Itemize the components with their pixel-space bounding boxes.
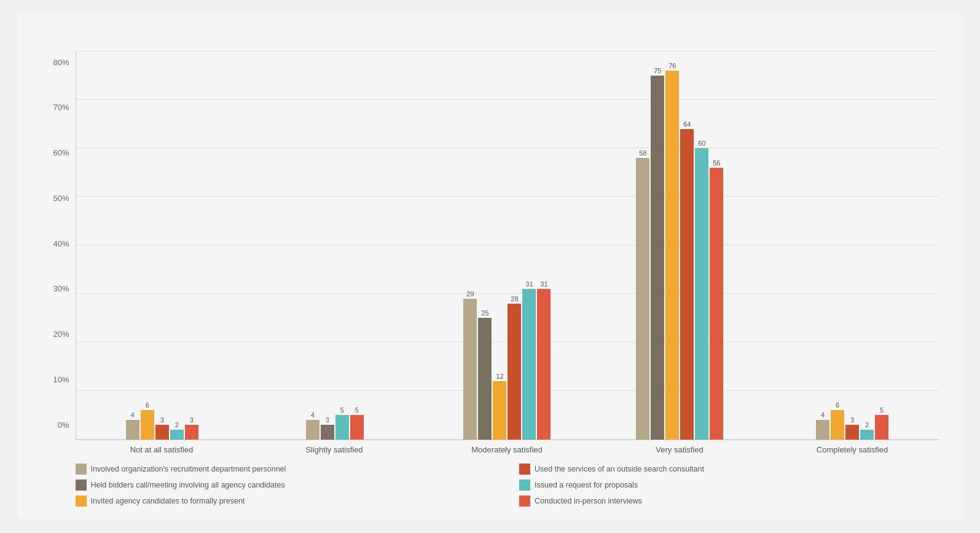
bar [306, 420, 319, 440]
bar-value-label: 3 [850, 416, 854, 424]
y-axis-label: 40% [53, 239, 69, 248]
legend-swatch [519, 495, 530, 507]
legend-item: Conducted in-person interviews [519, 495, 939, 507]
bar-wrapper: 5 [335, 52, 349, 440]
bar [508, 304, 521, 440]
y-axis-label: 60% [53, 148, 69, 157]
bar-value-label: 76 [668, 62, 676, 69]
bar-wrapper: 64 [680, 52, 694, 440]
bar-value-label: 25 [481, 309, 488, 317]
bar [350, 415, 364, 439]
bar-wrapper: 75 [651, 52, 664, 440]
bar [710, 168, 723, 440]
bar-value-label: 3 [160, 416, 164, 424]
bar-value-label: 75 [654, 67, 661, 74]
bar [141, 410, 154, 439]
bar-group: 46323 [76, 52, 249, 440]
legend-swatch [519, 464, 530, 475]
bar [651, 76, 664, 440]
bar-value-label: 5 [340, 406, 344, 414]
chart-area: 80%70%60%50%40%30%20%10%0% 4632343552925… [42, 52, 939, 454]
chart-body: 46323435529251228313158757664605646325 N… [76, 52, 939, 454]
bar-wrapper: 3 [845, 52, 859, 440]
legend-label: Used the services of an outside search c… [535, 465, 704, 473]
bar [845, 425, 859, 440]
bar [680, 129, 694, 440]
bar-wrapper: 6 [141, 52, 154, 440]
legend: Involved organization's recruitment depa… [42, 464, 939, 507]
bar-wrapper: 31 [537, 52, 551, 440]
legend-swatch [76, 495, 87, 507]
legend-swatch [76, 480, 87, 491]
legend-label: Involved organization's recruitment depa… [91, 465, 286, 473]
bar-wrapper: 4 [306, 52, 319, 440]
bars-row: 4355 [248, 52, 421, 440]
legend-label: Held bidders call/meeting involving all … [91, 481, 285, 489]
bar-value-label: 29 [466, 290, 474, 298]
y-axis-label: 20% [53, 330, 69, 339]
y-axis: 80%70%60%50%40%30%20%10%0% [42, 52, 76, 454]
bar-value-label: 5 [355, 406, 359, 414]
bar-wrapper: 58 [636, 52, 649, 440]
bar-value-label: 3 [190, 416, 194, 424]
bar-value-label: 4 [821, 411, 825, 419]
bar-value-label: 5 [880, 406, 884, 414]
y-axis-label: 0% [58, 420, 69, 430]
legend-label: Invited agency candidates to formally pr… [91, 497, 245, 505]
x-axis-label: Slightly satisfied [248, 440, 421, 454]
bar [478, 318, 492, 439]
bar-group: 46325 [766, 52, 939, 440]
bar-wrapper: 28 [508, 52, 521, 440]
bar-group: 4355 [248, 52, 421, 440]
bar-value-label: 60 [698, 140, 705, 147]
y-axis-label: 70% [53, 103, 69, 112]
bar [321, 425, 334, 440]
bar-wrapper: 25 [478, 52, 492, 440]
bar [335, 415, 349, 439]
bar [816, 420, 829, 440]
bar-group: 587576646056 [594, 52, 766, 440]
bar-value-label: 28 [511, 295, 518, 302]
bar-value-label: 3 [326, 416, 329, 424]
bar [537, 289, 551, 440]
bar-wrapper: 3 [321, 52, 334, 440]
y-axis-label: 10% [53, 375, 69, 384]
bar-value-label: 6 [146, 401, 149, 409]
bar [126, 420, 139, 440]
bar-wrapper: 6 [831, 52, 844, 440]
bar-value-label: 58 [639, 149, 646, 157]
bar [860, 430, 874, 440]
bar [665, 71, 679, 439]
legend-item: Involved organization's recruitment depa… [76, 464, 495, 475]
legend-item: Invited agency candidates to formally pr… [76, 495, 495, 507]
bar-value-label: 31 [540, 280, 547, 288]
bar [463, 299, 477, 440]
bar-value-label: 31 [525, 280, 533, 288]
bar [170, 430, 184, 440]
bar-wrapper: 4 [816, 52, 829, 440]
legend-label: Issued a request for proposals [535, 481, 638, 489]
x-axis-label: Completely satisfied [766, 440, 939, 454]
bar-value-label: 4 [311, 411, 315, 419]
bar-wrapper: 2 [170, 52, 184, 440]
bar-value-label: 4 [131, 411, 135, 419]
legend-item: Issued a request for proposals [519, 480, 939, 491]
legend-item: Used the services of an outside search c… [519, 464, 939, 475]
bar-value-label: 2 [865, 421, 869, 428]
x-axis-label: Moderately satisfied [421, 440, 594, 454]
bar-wrapper: 12 [493, 52, 506, 440]
chart-container: 80%70%60%50%40%30%20%10%0% 4632343552925… [17, 15, 963, 519]
bar-wrapper: 4 [126, 52, 139, 440]
bar-value-label: 56 [713, 159, 720, 167]
bar [185, 425, 198, 440]
bar-wrapper: 29 [463, 52, 477, 440]
legend-item: Held bidders call/meeting involving all … [76, 480, 495, 491]
bar-wrapper: 3 [155, 52, 169, 440]
legend-swatch [519, 480, 530, 491]
bar-wrapper: 2 [860, 52, 874, 440]
bars-row: 292512283131 [421, 52, 594, 440]
x-axis-label: Very satisfied [594, 440, 766, 454]
bar-wrapper: 60 [695, 52, 708, 440]
bar [636, 158, 649, 439]
bar [875, 415, 888, 439]
